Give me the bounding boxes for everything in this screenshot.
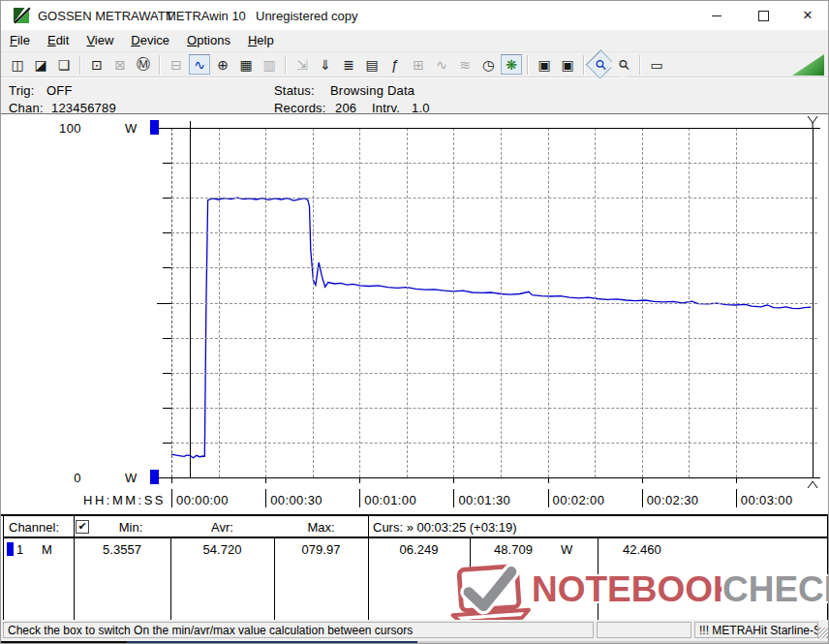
cursor-delta-value: 42.460 [623, 542, 661, 557]
y-gridline [171, 163, 817, 164]
x-gridline [689, 128, 690, 477]
formula-button[interactable]: ƒ [384, 54, 406, 75]
cursor2-unit: W [561, 542, 572, 557]
x-gridline [313, 128, 314, 477]
close-button[interactable]: ✕ [791, 6, 824, 25]
y-gridline [171, 408, 817, 409]
table-view-button[interactable]: ▦ [235, 54, 257, 75]
table-column-border [598, 538, 599, 620]
power-trace [171, 198, 812, 458]
status-device-panel: !!! METRAHit Starline-S [694, 622, 818, 638]
trend-chart[interactable]: 100 W 0 W HH:MM:SS 00:00:0000:00:3000:01… [1, 114, 829, 514]
channel-settings-button[interactable]: ≣ [338, 54, 359, 75]
y-gridline [171, 338, 817, 339]
save-data-button[interactable]: ◫ [7, 54, 28, 75]
print-button[interactable]: ▣ [534, 54, 555, 75]
menu-help[interactable]: Help [239, 30, 283, 47]
min-column-label: Min: [94, 520, 168, 535]
x-axis-tick [736, 477, 737, 483]
menu-options[interactable]: Options [178, 30, 239, 47]
table-column-border [170, 538, 171, 620]
x-gridline [548, 128, 549, 477]
records-value: 206 [335, 101, 356, 115]
y-axis-tick [163, 163, 171, 164]
toolbar-separator [159, 55, 161, 75]
x-tick-label: 00:02:00 [553, 493, 605, 507]
y-gridline [171, 373, 817, 374]
x-axis-tick [453, 477, 454, 483]
channel-column-label: Channel: [9, 520, 59, 535]
menu-view[interactable]: View [77, 30, 122, 47]
device-read-button[interactable]: ⊡ [86, 54, 107, 75]
wave-low-button: ∿ [431, 54, 452, 75]
y-axis-tick [157, 303, 171, 304]
x-axis-tick [359, 477, 360, 483]
x-label-tick [736, 489, 737, 507]
open-file-button[interactable]: ❏ [53, 54, 75, 75]
trig-value: OFF [46, 83, 73, 98]
x-gridline [219, 128, 220, 477]
y-gridline [171, 198, 817, 199]
device-memory-button[interactable]: Ⓜ [133, 54, 154, 75]
menu-file[interactable]: File [1, 30, 39, 47]
timer-button[interactable]: ◷ [477, 54, 499, 75]
title-license-note: Unregistered copy [256, 9, 358, 23]
maximize-button[interactable] [747, 6, 780, 25]
menu-device[interactable]: Device [122, 30, 178, 47]
interval-value: 1.0 [412, 101, 430, 115]
x-gridline [407, 128, 408, 477]
cursor-2-top-handle[interactable] [808, 116, 817, 128]
x-tick-label: 00:01:30 [458, 493, 510, 507]
minimize-button[interactable] [700, 6, 733, 25]
x-gridline [595, 128, 596, 477]
y-axis-tick [163, 443, 171, 444]
interval-label: Intrv. [372, 101, 400, 115]
chan-value: 123456789 [51, 101, 116, 115]
y-axis-tick [163, 408, 171, 409]
plot-left-boundary [171, 128, 172, 477]
chan-label: Chan: [9, 101, 44, 115]
resize-grip[interactable] [817, 628, 828, 638]
cursor1-value: 06.249 [368, 542, 470, 557]
cursor-2-line[interactable] [813, 128, 814, 477]
toolbar-separator [285, 55, 287, 75]
x-axis-tick [548, 477, 549, 483]
chart-view-button[interactable]: ∿ [189, 54, 210, 75]
x-axis-tick [265, 477, 266, 483]
device-disconnect-button: ⊠ [109, 54, 131, 75]
avr-column-label: Avr: [170, 520, 274, 535]
minmax-checkbox[interactable]: ✔ [76, 520, 89, 534]
x-gridline [359, 128, 360, 477]
records-label: Records: [274, 101, 326, 115]
table-column-border [74, 516, 75, 620]
y-axis-tick [163, 198, 171, 199]
y-gridline [171, 232, 817, 233]
menu-edit[interactable]: Edit [39, 30, 77, 47]
zoom-mode-button[interactable]: ⚲ [609, 49, 638, 78]
live-mode-button[interactable]: ❋ [501, 54, 522, 75]
cursor-1-line[interactable] [190, 121, 191, 477]
cursor2-value: 48.709 [470, 542, 557, 557]
scope-view-button[interactable]: ⊕ [212, 54, 233, 75]
wave-dense-button: ≋ [454, 54, 476, 75]
save-config-button[interactable]: ◪ [30, 54, 51, 75]
metrawin-window: GOSSEN METRAWATT METRAwin 10 Unregistere… [0, 0, 829, 644]
x-label-tick [359, 489, 360, 507]
x-axis-tick [171, 477, 172, 483]
display-transfer-button: ⊞ [408, 54, 429, 75]
channel-mode: M [42, 542, 52, 557]
max-column-label: Max: [274, 520, 368, 535]
chart-canvas [1, 114, 829, 514]
x-gridline [736, 128, 737, 477]
cursor-2-bottom-handle[interactable] [808, 481, 817, 488]
monitor-settings-button[interactable]: ▤ [361, 54, 383, 75]
tooltip-button[interactable]: ▭ [646, 54, 667, 75]
trig-label: Trig: [9, 83, 35, 98]
avr-value: 54.720 [170, 542, 274, 557]
histogram-view-button: ▥ [259, 54, 280, 75]
store-to-disk-button[interactable]: ⇓ [315, 54, 336, 75]
x-tick-label: 00:00:30 [270, 493, 322, 507]
y-axis-tick [163, 232, 171, 233]
toolbar-separator [527, 55, 529, 75]
print-preview-button[interactable]: ▣ [557, 54, 578, 75]
